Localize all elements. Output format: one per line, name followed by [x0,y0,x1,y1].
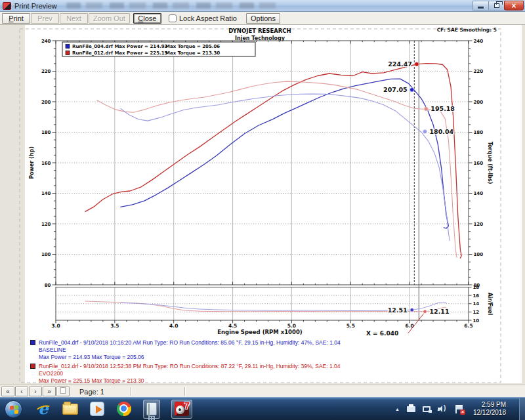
window-title: Print Preview [14,2,57,10]
close-preview-button[interactable]: Close [133,13,161,24]
dyno-app-icon: 7 [175,402,189,416]
page-icon [60,387,66,394]
folder-icon [62,404,78,415]
start-button[interactable] [5,400,22,418]
chrome-icon [117,402,131,416]
app-icon [3,2,11,10]
nav-prev-button[interactable]: ‹ [15,387,28,396]
run-line-name: EVO2200 [39,370,341,377]
statusbar: « ‹ › » Page: 1 [0,385,525,397]
run-swatch-blue [30,340,35,345]
prev-button[interactable]: Prev [31,13,59,24]
next-button[interactable]: Next [60,13,88,24]
statusbar-divider [184,387,186,396]
network-tray-icon[interactable] [423,406,430,412]
run-line-name: BASELINE [39,346,341,354]
statusbar-divider [131,387,132,396]
options-button[interactable]: Options [246,13,280,24]
media-player-icon [90,402,104,416]
clock-time: 2:59 PM [473,401,506,409]
hidden-icons-chevron-icon[interactable]: ▲ [395,407,400,411]
report-page [25,25,522,383]
lock-aspect-checkbox[interactable] [169,14,177,22]
taskbar-button-dyno-app[interactable]: 7 [171,400,192,419]
run-info-evo2200: RunFile_012.drf - 9/10/2018 12:52:38 PM … [30,363,341,385]
run-line-details: RunFile_012.drf - 9/10/2018 12:52:38 PM … [39,363,341,370]
run-swatch-red [30,364,35,369]
run-line-max: Max Power = 225.15 Max Torque = 213.30 [39,377,341,385]
preview-area: DYNOJET RESEARCH Injen Technology CF: SA… [0,25,525,385]
print-button[interactable]: Print [2,13,30,24]
page-setup-button[interactable] [56,387,70,396]
taskbar-icon-media-player[interactable] [89,401,105,417]
calculator-icon [146,402,157,415]
nav-last-button[interactable]: » [43,387,56,396]
blurred-document-title [66,3,283,9]
windows-logo-icon [10,405,18,414]
page-indicator: Page: 1 [79,388,104,396]
zoom-out-button[interactable]: Zoom Out [89,13,130,24]
lock-aspect-label: Lock Aspect Ratio [179,14,237,22]
run-line-max: Max Power = 214.93 Max Torque = 205.06 [39,354,341,361]
internet-explorer-icon: e [38,402,48,415]
minimize-button[interactable] [472,1,489,10]
run-info: RunFile_004.drf - 9/10/2018 10:16:20 AM … [30,339,341,387]
printer-tray-icon[interactable] [407,406,415,412]
taskbar-clock[interactable]: 2:59 PM 12/12/2018 [473,401,506,417]
nav-next-button[interactable]: › [29,387,42,396]
print-preview-window: Print Preview × Print Prev Next Zoom Out… [0,0,525,420]
show-desktop-button[interactable] [519,398,525,420]
taskbar-button-calculator[interactable] [143,400,160,419]
restore-button[interactable] [488,1,505,10]
taskbar-icon-internet-explorer[interactable]: e [35,401,51,417]
system-tray: ▲ ) × 2:59 PM 12/12/2018 [395,398,525,420]
window-titlebar: Print Preview × [0,0,525,12]
clock-date: 12/12/2018 [473,409,506,417]
volume-tray-icon[interactable]: ) [438,406,448,412]
toolbar: Print Prev Next Zoom Out Close Lock Aspe… [0,12,525,25]
taskbar: e 7 ▲ ) × 2:59 PM 12/12/2018 [0,397,525,420]
taskbar-icon-file-explorer[interactable] [62,401,78,417]
close-window-button[interactable]: × [504,1,524,10]
action-center-icon[interactable]: × [455,405,463,413]
taskbar-icon-chrome[interactable] [116,401,132,417]
run-line-details: RunFile_004.drf - 9/10/2018 10:16:20 AM … [39,339,341,346]
nav-first-button[interactable]: « [1,387,14,396]
run-info-baseline: RunFile_004.drf - 9/10/2018 10:16:20 AM … [30,339,341,361]
